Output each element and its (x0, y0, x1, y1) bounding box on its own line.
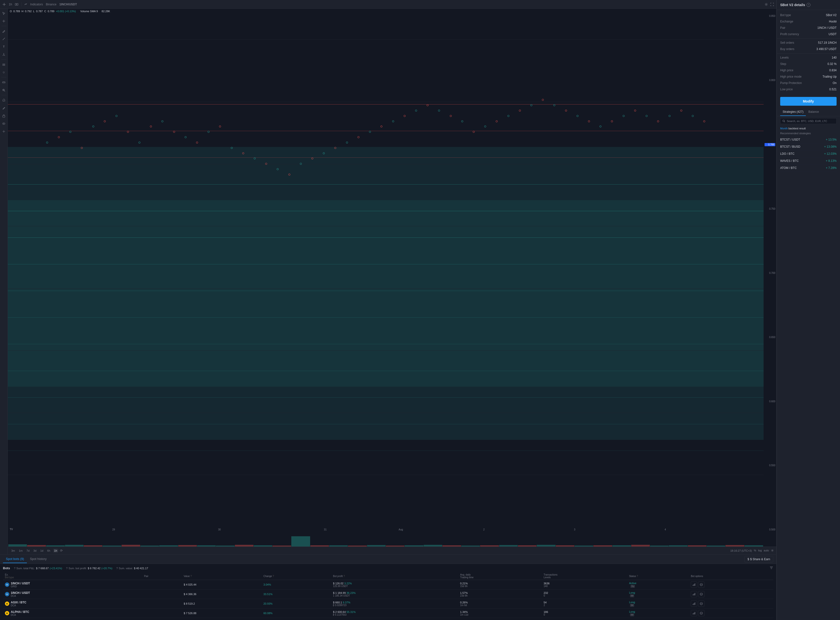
status-badge: Long TP (629, 610, 635, 616)
fork-tool[interactable] (1, 51, 7, 57)
lock-tool[interactable] (1, 113, 7, 119)
filter-icon[interactable] (769, 566, 773, 570)
spot-history-tab[interactable]: Spot history (27, 555, 50, 563)
volume-sma-value: 82.28K (102, 10, 110, 13)
svg-rect-49 (695, 612, 695, 614)
timeframe-1d[interactable]: 1d (39, 549, 44, 552)
svg-rect-32 (693, 585, 693, 586)
search-input[interactable] (787, 120, 834, 122)
col-status: Status ? (627, 572, 689, 580)
timeframe-3d[interactable]: 3d (33, 549, 38, 552)
detail-row-profit-currency: Profit currency USDT (777, 31, 840, 38)
svg-rect-33 (694, 584, 694, 586)
list-item[interactable]: ATOM / BTC + 7.28% (780, 164, 837, 172)
pen2-tool[interactable] (1, 105, 7, 111)
svg-point-52 (783, 120, 784, 122)
pct-option[interactable]: % (754, 549, 756, 552)
bottom-tabs: Spot bots (9) Spot history $ $ Share & E… (0, 555, 776, 564)
close-value: 0.789 (48, 10, 54, 13)
cancel-action-button3[interactable] (698, 600, 705, 607)
zoom-tool[interactable] (1, 87, 7, 93)
chart-toolbar: 1h Indicators Binance 1INCH/USDT (0, 0, 776, 9)
log-option[interactable]: log (758, 549, 762, 552)
open-label: O (10, 10, 12, 13)
compare-button[interactable] (15, 3, 18, 6)
help-icon[interactable]: ? (807, 3, 810, 7)
dollar-icon: $ (747, 557, 749, 561)
detail-row-sell-orders: Sell orders 517.19 1INCH (777, 39, 840, 46)
auto-option[interactable]: auto (764, 549, 769, 552)
eye-tool[interactable] (1, 120, 7, 126)
timeframe-1m[interactable]: 1m (18, 549, 23, 552)
detail-row-exchange: Exchange Huobi (777, 18, 840, 25)
list-item[interactable]: BTCST / USDT + 13.5% (780, 136, 837, 143)
chart-action-button[interactable] (691, 581, 697, 588)
timeframe-3m[interactable]: 3m (10, 549, 16, 552)
strategies-list: BTCST / USDT + 13.5% BTCST / BUSD + 13.0… (777, 136, 840, 172)
col-ex: Ex.Bot type (3, 572, 142, 580)
sync-icon[interactable]: ⟳ (60, 549, 63, 552)
modify-button[interactable]: Modify (780, 97, 837, 106)
bots-title: Bots (3, 566, 10, 570)
cancel-action-button[interactable] (698, 581, 705, 588)
strategies-search-box[interactable] (780, 118, 837, 124)
alert-tool[interactable] (1, 97, 7, 103)
status-badge: Long TP (629, 591, 635, 597)
volume-sma-label: Volume SMA 9 (80, 10, 98, 13)
low-label: L (33, 10, 35, 13)
list-item[interactable]: BTCST / BUSD + 13.08% (780, 143, 837, 150)
col-profit: Bot profit ? (331, 572, 458, 580)
search-icon (782, 120, 785, 122)
svg-rect-38 (694, 594, 694, 595)
detail-row-pump-protection: Pump Protection On (777, 80, 840, 86)
exchange-icon-huobi: H (5, 582, 9, 587)
timeframe-1h[interactable]: 1h (53, 549, 58, 552)
strategies-tab[interactable]: Strategies (427) (780, 108, 806, 116)
pen-tool[interactable] (1, 28, 7, 34)
drawing-tools-panel: T ☺ (0, 9, 8, 554)
svg-rect-39 (695, 593, 695, 595)
text-tool[interactable]: T (1, 44, 7, 50)
svg-point-10 (4, 55, 5, 56)
svg-rect-47 (693, 613, 693, 614)
spot-bots-tab[interactable]: Spot bots (9) (3, 555, 27, 563)
cursor-tool[interactable] (1, 10, 7, 16)
list-item[interactable]: WAVES / BTC + 8.13% (780, 158, 837, 164)
cancel-action-button2[interactable] (698, 591, 705, 597)
svg-rect-43 (694, 603, 694, 605)
sbot-title: SBot V2 details (780, 3, 805, 7)
svg-line-7 (3, 38, 5, 40)
ruler-tool[interactable] (1, 79, 7, 85)
chart-canvas[interactable]: TV (8, 14, 776, 546)
timeframe-7d[interactable]: 7d (26, 549, 30, 552)
fullscreen-icon[interactable] (771, 3, 774, 6)
timeframe-button[interactable]: 1h (9, 3, 12, 6)
balance-tab[interactable]: Balance (806, 108, 821, 116)
svg-rect-44 (695, 602, 695, 605)
svg-point-4 (766, 4, 767, 5)
chart-action-button3[interactable] (691, 600, 697, 607)
detail-row-pair: Pair 1INCH / USDT (777, 25, 840, 31)
add-tool-button[interactable] (3, 3, 6, 6)
exchange-icon-binance: B (5, 602, 9, 606)
timeframe-6h[interactable]: 6h (46, 549, 51, 552)
status-badge: Active TU (629, 582, 636, 588)
pair-label: 1INCH/USDT (59, 3, 77, 6)
indicators-button[interactable]: Indicators (24, 3, 43, 6)
time-axis: 29 30 31 Aug 2 3 4 (8, 527, 763, 532)
cancel-action-button4[interactable] (698, 610, 705, 616)
share-earn-button[interactable]: $ $ Share & Earn (744, 556, 773, 563)
crosshair-tool[interactable] (1, 18, 7, 24)
layers-tool[interactable] (1, 62, 7, 68)
change-value: +0.001 (+0.13%) (56, 10, 76, 13)
chart-settings-icon[interactable] (771, 549, 774, 552)
list-item[interactable]: LDO / BTC + 12.03% (780, 150, 837, 158)
settings-tool[interactable] (1, 128, 7, 134)
settings-icon[interactable] (765, 3, 768, 6)
emoji-tool[interactable]: ☺ (1, 69, 7, 75)
chart-action-button4[interactable] (691, 610, 697, 616)
chart-action-button2[interactable] (691, 591, 697, 597)
open-value: 0.789 (14, 10, 20, 13)
line-tool[interactable] (1, 36, 7, 42)
col-avg: Avg. dailyTrading time (458, 572, 542, 580)
